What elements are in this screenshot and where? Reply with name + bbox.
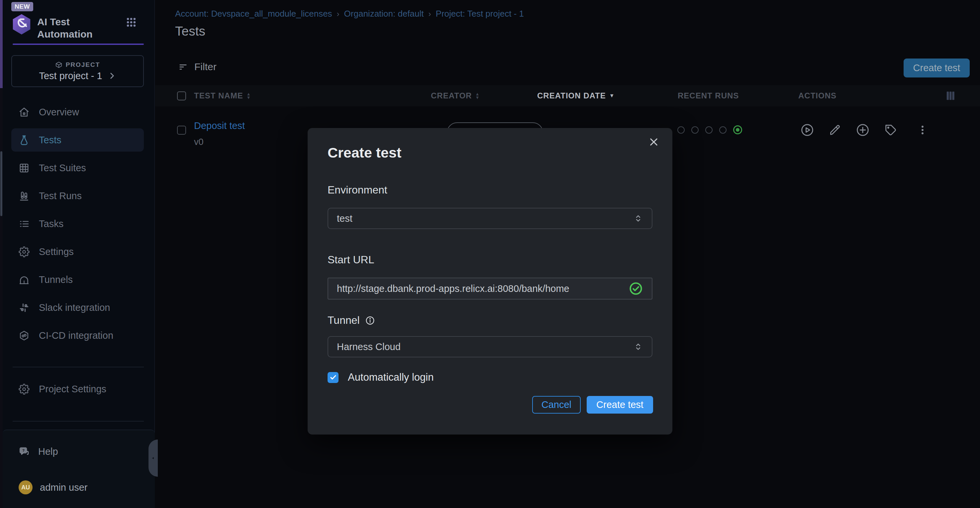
sidebar-item-label: Test Runs — [39, 190, 82, 201]
sidebar-item-tasks[interactable]: Tasks — [11, 212, 144, 235]
tunnel-label-row: Tunnel — [328, 314, 375, 326]
app-title-line1: AI Test — [37, 16, 93, 28]
cancel-button[interactable]: Cancel — [532, 396, 581, 414]
start-url-value: http://stage.dbank.prod-apps.relicx.ai:8… — [337, 283, 628, 294]
app-title: AI Test Automation — [37, 16, 93, 40]
environment-label: Environment — [328, 184, 387, 196]
sidebar-item-label: Tests — [39, 135, 62, 145]
breadcrumb-organization-link[interactable]: Organization: default — [344, 9, 424, 19]
environment-select[interactable]: test — [328, 208, 652, 229]
help-chat-icon: ? — [19, 446, 30, 457]
module-rail-scroll-thumb[interactable] — [0, 151, 2, 216]
chevron-right-icon — [108, 72, 116, 80]
sidebar-item-label: Tasks — [39, 219, 64, 229]
run-status-dot[interactable] — [677, 126, 685, 134]
breadcrumb-project-link[interactable]: Project: Test project - 1 — [436, 9, 524, 19]
app-logo-icon[interactable] — [10, 13, 33, 36]
sidebar-item-label: Overview — [39, 107, 79, 118]
valid-check-icon — [628, 281, 643, 296]
auto-login-checkbox[interactable] — [328, 372, 339, 383]
run-status-dot[interactable] — [705, 126, 713, 134]
select-all-checkbox-cell — [177, 85, 186, 106]
sidebar-item-help[interactable]: ? Help — [11, 440, 118, 463]
brand-underline — [13, 43, 144, 45]
run-status-dot-passed[interactable] — [733, 125, 742, 134]
flask-icon — [19, 135, 30, 145]
select-chevrons-icon — [633, 342, 643, 352]
column-settings-icon[interactable] — [945, 85, 955, 106]
sidebar-item-overview[interactable]: Overview — [11, 101, 144, 124]
breadcrumb-separator: › — [337, 9, 339, 19]
new-badge: NEW — [11, 2, 33, 11]
sidebar-item-tunnels[interactable]: Tunnels — [11, 268, 144, 291]
run-status-dot[interactable] — [691, 126, 698, 134]
edit-pencil-icon[interactable] — [828, 123, 842, 137]
sidebar-item-label: Tunnels — [39, 274, 73, 285]
sidebar-item-test-suites[interactable]: Test Suites — [11, 156, 144, 179]
select-all-checkbox[interactable] — [177, 91, 186, 101]
auto-login-row: Automatically login — [328, 371, 434, 383]
module-grid-icon[interactable] — [126, 17, 137, 28]
environment-value: test — [337, 213, 633, 224]
select-chevrons-icon — [633, 213, 643, 224]
column-label: TEST NAME — [194, 91, 243, 101]
tunnel-label: Tunnel — [328, 314, 360, 326]
create-test-submit-button[interactable]: Create test — [587, 396, 653, 414]
table-header: TEST NAME ▲▼ CREATOR ▲▼ CREATION DATE ▼ … — [155, 85, 980, 106]
project-switcher-label: PROJECT — [66, 61, 100, 69]
project-switcher-name: Test project - 1 — [39, 70, 102, 81]
avatar: AU — [19, 481, 33, 494]
sort-arrows-icon: ▲▼ — [247, 92, 251, 99]
run-status-dot[interactable] — [719, 126, 727, 134]
test-name-link[interactable]: Deposit test — [194, 120, 245, 131]
sidebar-item-label: Project Settings — [39, 383, 106, 395]
column-header-creator[interactable]: CREATOR ▲▼ — [431, 85, 480, 106]
modal-footer: Cancel Create test — [532, 396, 653, 414]
page-title: Tests — [175, 24, 205, 38]
sidebar-item-label: Help — [38, 446, 58, 457]
module-rail-accent — [0, 0, 3, 88]
sidebar-user[interactable]: AU admin user — [11, 478, 138, 497]
breadcrumb-account-link[interactable]: Account: Devspace_all_module_licenses — [175, 9, 332, 19]
test-runs-icon — [19, 190, 30, 201]
row-checkbox[interactable] — [177, 126, 186, 135]
kebab-menu-icon[interactable] — [915, 123, 930, 137]
svg-text:?: ? — [22, 448, 25, 452]
sidebar-item-test-runs[interactable]: Test Runs — [11, 184, 144, 208]
sidebar-item-tests[interactable]: Tests — [11, 128, 144, 152]
sort-desc-icon: ▼ — [609, 93, 615, 99]
column-label: RECENT RUNS — [678, 91, 739, 101]
column-header-actions: ACTIONS — [798, 85, 837, 106]
gear-icon — [19, 383, 30, 395]
sidebar-item-slack-integration[interactable]: Slack integration — [11, 296, 144, 319]
filter-button[interactable]: Filter — [178, 61, 216, 72]
sort-arrows-icon: ▲▼ — [475, 92, 480, 99]
close-icon[interactable] — [647, 135, 660, 149]
sidebar-item-label: Test Suites — [39, 163, 86, 174]
tunnel-icon — [19, 274, 30, 285]
filter-icon — [178, 62, 188, 72]
create-test-button[interactable]: Create test — [904, 59, 970, 77]
run-test-play-icon[interactable] — [800, 123, 815, 137]
add-plus-icon[interactable] — [856, 123, 870, 137]
project-switcher[interactable]: PROJECT Test project - 1 — [11, 55, 144, 87]
column-label: CREATION DATE — [537, 91, 606, 101]
cube-icon — [55, 61, 62, 69]
tag-icon[interactable] — [883, 123, 898, 137]
column-label: CREATOR — [431, 91, 472, 101]
column-header-test-name[interactable]: TEST NAME ▲▼ — [194, 85, 251, 106]
app-screen: NEW AI Test Automation — [0, 0, 980, 508]
start-url-input[interactable]: http://stage.dbank.prod-apps.relicx.ai:8… — [328, 278, 652, 300]
sidebar-item-cicd-integration[interactable]: CI-CD integration — [11, 324, 144, 347]
tunnel-value: Harness Cloud — [337, 342, 633, 352]
start-url-label: Start URL — [328, 254, 374, 266]
info-icon[interactable] — [365, 316, 375, 326]
test-version: v0 — [194, 137, 204, 147]
sidebar: NEW AI Test Automation — [3, 0, 155, 508]
sidebar-item-project-settings[interactable]: Project Settings — [11, 377, 144, 401]
tunnel-select[interactable]: Harness Cloud — [328, 336, 652, 358]
sidebar-item-settings[interactable]: Settings — [11, 240, 144, 263]
tasks-icon — [19, 219, 30, 229]
column-header-recent-runs: RECENT RUNS — [678, 85, 739, 106]
column-header-creation-date[interactable]: CREATION DATE ▼ — [537, 85, 615, 106]
